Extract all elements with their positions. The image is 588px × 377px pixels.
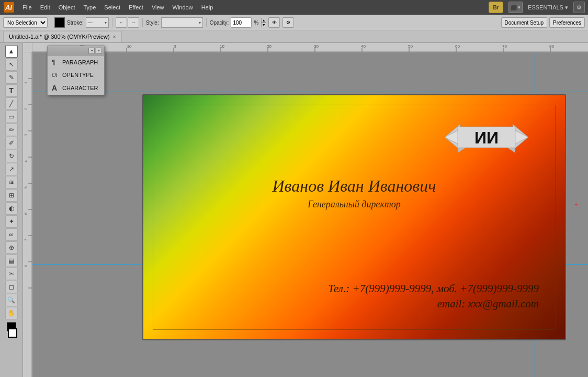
menu-help[interactable]: Help <box>198 3 217 12</box>
tool-hand[interactable]: ✋ <box>5 307 18 319</box>
menu-view[interactable]: View <box>148 3 168 12</box>
panel-collapse-btn[interactable]: » <box>88 48 95 54</box>
panel-character-label: CHARACTER <box>62 85 98 91</box>
cross-indicator: + <box>574 202 578 207</box>
opacity-input[interactable] <box>231 17 252 28</box>
panel-paragraph[interactable]: ¶ PARAGRAPH <box>48 56 104 69</box>
opacity-stepper[interactable]: ▲ ▼ <box>261 18 266 27</box>
svg-text:1: 1 <box>24 82 28 84</box>
tool-line[interactable]: ╱ <box>5 97 18 110</box>
sep2 <box>112 18 112 27</box>
view-mode-button[interactable]: ⬛ ▾ <box>508 2 523 13</box>
svg-text:80: 80 <box>549 44 554 49</box>
tool-pen[interactable]: ✎ <box>5 71 18 84</box>
tool-graph[interactable]: ⊞ <box>5 189 18 202</box>
arrow-left-btn[interactable]: ← <box>116 17 127 28</box>
ruler-left: 1 2 3 4 5 6 7 8 <box>23 52 32 377</box>
menu-file[interactable]: File <box>19 3 36 12</box>
ruler-left-svg: 1 2 3 4 5 6 7 8 <box>23 52 32 377</box>
panel-opentype-label: OPENTYPE <box>62 72 94 78</box>
document-setup-button[interactable]: Document Setup <box>501 17 548 28</box>
tool-eraser[interactable]: ◻ <box>5 281 18 293</box>
panel-titlebar: » × <box>48 46 104 56</box>
sep3 <box>142 18 143 27</box>
panel-character[interactable]: A CHARACTER <box>48 81 104 95</box>
visibility-btn[interactable]: 👁 <box>268 17 280 28</box>
ruler-corner <box>23 43 32 52</box>
svg-text:4: 4 <box>24 160 28 162</box>
opacity-percent: % <box>254 20 258 26</box>
fill-color-swatch[interactable] <box>54 17 65 28</box>
tool-scale[interactable]: ↗ <box>5 163 18 175</box>
document-tab[interactable]: Untitled-1.ai* @ 300% (CMYK/Preview) × <box>3 31 122 42</box>
svg-text:ИИ: ИИ <box>474 128 499 147</box>
svg-text:-10: -10 <box>126 44 132 49</box>
style-label: Style: <box>146 20 159 26</box>
extra-btn[interactable]: ⚙ <box>282 17 294 28</box>
paragraph-icon: ¶ <box>52 58 59 66</box>
logo-svg: ИИ <box>439 114 534 161</box>
svg-text:0: 0 <box>174 44 176 49</box>
person-title: Генеральный директор <box>143 199 565 210</box>
stroke-swatch[interactable] <box>8 328 17 338</box>
tab-bar: Untitled-1.ai* @ 300% (CMYK/Preview) × <box>0 30 588 43</box>
svg-text:6: 6 <box>24 213 28 215</box>
tool-column[interactable]: ▤ <box>5 254 18 267</box>
tool-paintbrush[interactable]: ✏ <box>5 124 18 136</box>
tool-eyedropper[interactable]: ✦ <box>5 215 18 228</box>
arrow-buttons: ← → <box>116 17 139 28</box>
search-button[interactable]: ⚙ <box>573 2 585 13</box>
tool-gradient[interactable]: ◐ <box>5 202 18 215</box>
ruler-top-svg: -20 -10 0 10 20 30 40 50 60 70 <box>32 43 588 52</box>
panel-close-btn[interactable]: × <box>96 48 102 54</box>
svg-text:50: 50 <box>408 44 413 49</box>
svg-text:8: 8 <box>24 265 28 267</box>
svg-text:70: 70 <box>502 44 507 49</box>
tab-close-button[interactable]: × <box>113 34 116 40</box>
svg-marker-50 <box>458 148 466 153</box>
svg-text:5: 5 <box>24 186 28 188</box>
opacity-label: Opacity: <box>210 20 229 26</box>
svg-marker-51 <box>507 148 515 153</box>
tool-pencil[interactable]: ✐ <box>5 137 18 149</box>
person-name: Иванов Иван Иванович <box>143 176 565 196</box>
menu-select[interactable]: Select <box>100 3 124 12</box>
contact-area: Тел.: +7(999)999-9999, моб. +7(999)999-9… <box>143 282 539 311</box>
stroke-selector[interactable]: — ▾ <box>86 17 109 28</box>
character-icon: A <box>52 84 59 92</box>
tool-rotate[interactable]: ↻ <box>5 150 18 162</box>
style-selector[interactable]: ▾ <box>161 17 203 28</box>
tool-direct-selection[interactable]: ↖ <box>5 58 18 71</box>
arrow-right-btn[interactable]: → <box>128 17 139 28</box>
tool-selection[interactable]: ▲ <box>5 45 18 58</box>
svg-text:30: 30 <box>314 44 319 49</box>
canvas-content[interactable]: ИИ Иванов Иван Иванович Генеральный дире… <box>32 52 588 377</box>
selection-dropdown[interactable]: No Selection <box>3 17 48 28</box>
menu-bar: Ai File Edit Object Type Select Effect V… <box>0 0 588 15</box>
tool-zoom[interactable]: 🔍 <box>5 294 18 306</box>
tool-warp[interactable]: ≋ <box>5 176 18 188</box>
menu-type[interactable]: Type <box>80 3 100 12</box>
panel-opentype[interactable]: Ot OPENTYPE <box>48 69 104 81</box>
tool-rect[interactable]: ▭ <box>5 110 18 123</box>
essentials-button[interactable]: ESSENTIALS ▾ <box>528 4 568 11</box>
svg-text:2: 2 <box>24 108 28 110</box>
menu-object[interactable]: Object <box>55 3 79 12</box>
app-icon: Ai <box>3 2 15 13</box>
stroke-label: Stroke: <box>67 20 84 26</box>
svg-text:7: 7 <box>24 239 28 241</box>
menu-edit[interactable]: Edit <box>37 3 54 12</box>
menu-effect[interactable]: Effect <box>125 3 147 12</box>
preferences-button[interactable]: Preferences <box>549 17 585 28</box>
canvas-area[interactable]: -20 -10 0 10 20 30 40 50 60 70 <box>23 43 588 377</box>
tool-blend[interactable]: ∞ <box>5 228 18 241</box>
contact-phone: Тел.: +7(999)999-9999, моб. +7(999)999-9… <box>143 282 539 295</box>
tool-slice[interactable]: ✂ <box>5 268 18 280</box>
menu-window[interactable]: Window <box>169 3 197 12</box>
tool-symbol[interactable]: ⊕ <box>5 241 18 254</box>
tool-type[interactable]: T <box>5 84 18 97</box>
svg-text:40: 40 <box>361 44 366 49</box>
br-button[interactable]: Br <box>489 2 503 13</box>
logo-area: ИИ <box>439 111 534 163</box>
svg-text:60: 60 <box>455 44 460 49</box>
